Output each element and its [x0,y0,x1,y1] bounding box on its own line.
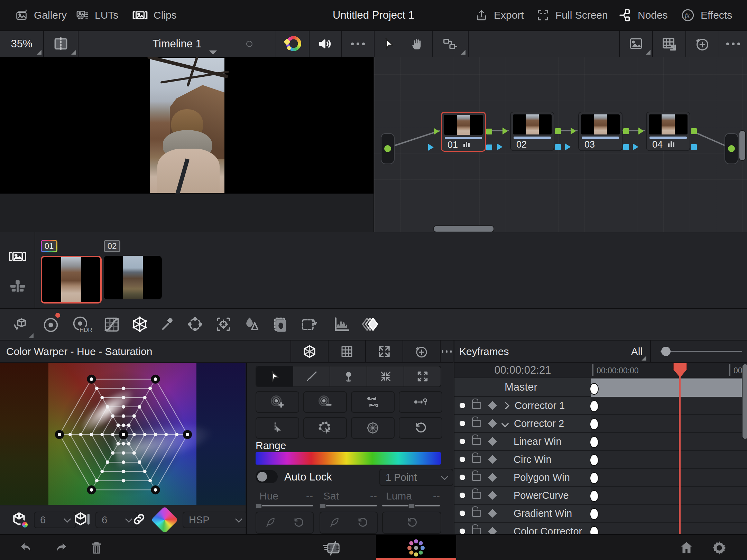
node-graph-hscrollbar[interactable] [433,225,494,232]
select-tool-button[interactable] [256,366,293,386]
enable-dot[interactable] [460,457,465,462]
link-icon[interactable] [131,512,147,527]
nodes-button[interactable]: Nodes [618,0,668,30]
clips-view-button[interactable] [5,246,30,267]
color-mode-dropdown[interactable]: HSP [183,512,248,528]
color-wheels-tool[interactable] [37,309,64,340]
keyframe-marker[interactable] [590,526,599,534]
qualifier-tool[interactable] [154,309,181,340]
auto-lock-toggle[interactable] [256,470,278,483]
enable-dot[interactable] [460,439,465,444]
lock-icon[interactable] [472,456,481,463]
hue-reset-button[interactable] [284,512,314,534]
lock-icon[interactable] [472,528,481,534]
chevron-down-icon[interactable] [501,420,509,427]
keyframe-marker[interactable] [590,472,599,484]
keyframes-zoom-slider[interactable] [661,351,742,352]
corrector-node-2[interactable]: 02 [510,112,554,151]
undo-button[interactable] [15,535,39,560]
corrector-node-1[interactable]: 01 [441,112,486,152]
enable-dot[interactable] [460,475,465,480]
luma-slider[interactable] [382,505,440,506]
lock-icon[interactable] [472,492,481,499]
cut-page-button[interactable] [313,535,351,560]
keyframe-marker[interactable] [590,418,599,430]
key-output-port[interactable] [691,144,697,150]
output-node[interactable] [725,133,738,164]
range-gradient-bar[interactable] [256,452,441,465]
node-graph-side-handle[interactable] [739,130,746,161]
rgb-input-port[interactable] [571,128,576,134]
pin-tool-button[interactable] [330,366,367,386]
hue-slider[interactable] [256,505,313,506]
viewer-canvas[interactable] [0,57,374,194]
hue-feather-button[interactable] [256,512,285,534]
convert-point-button[interactable] [399,391,442,413]
keyframe-diamond-icon[interactable] [488,437,497,446]
keyframes-filter-button[interactable]: All [607,340,648,362]
keyframe-diamond-icon[interactable] [488,455,497,464]
curves-tool[interactable] [98,309,125,340]
expand-tool-button[interactable] [404,366,441,386]
clips-button[interactable]: Clips [132,0,177,30]
lock-icon[interactable] [472,474,481,481]
keyframe-marker[interactable] [590,508,599,520]
redo-button[interactable] [48,535,73,560]
viewer-more-button[interactable] [342,31,374,56]
keyframe-row-circ-win[interactable]: Circ Win [454,451,747,469]
lock-icon[interactable] [472,402,481,409]
effects-stack-tool[interactable] [356,309,384,340]
tracker-tool[interactable] [210,309,237,340]
rgb-output-port[interactable] [623,128,629,134]
add-point-button[interactable] [256,391,299,413]
keyframe-diamond-icon[interactable] [488,509,497,517]
home-button[interactable] [673,535,700,560]
keyframe-row-corrector2[interactable]: Corrector 2 [454,415,747,433]
settings-button[interactable] [706,535,733,560]
version-button[interactable] [686,31,719,56]
scopes-tool[interactable] [328,309,356,340]
keyframes-playhead[interactable] [679,363,681,534]
lock-icon[interactable] [472,438,481,445]
warper-more-button[interactable] [441,340,453,362]
keyframe-row-gradient-win[interactable]: Gradient Win [454,505,747,523]
blur-tool[interactable] [238,309,266,340]
keyframe-row-powercurve[interactable]: PowerCurve [454,487,747,505]
enable-dot[interactable] [460,421,465,426]
gallery-button[interactable]: Gallery [15,0,67,30]
collapse-tool-button[interactable] [367,366,404,386]
sat-reset-button[interactable] [348,512,378,534]
hue-slider-knob[interactable] [256,504,262,508]
reset-mesh-button[interactable] [399,417,442,439]
lock-icon[interactable] [472,510,481,517]
enable-dot[interactable] [460,403,465,408]
rgb-output-port[interactable] [555,128,561,134]
luma-slider-knob[interactable] [408,504,415,508]
hdr-wheels-tool[interactable]: HDR [66,309,95,340]
slider-knob[interactable] [661,347,671,356]
clip-thumbnail-2[interactable] [104,256,162,299]
rgb-output-port[interactable] [691,128,697,134]
timeline-selector[interactable]: Timeline 1 [79,31,276,56]
keyframe-row-polygon-win[interactable]: Polygon Win [454,469,747,487]
node-graph-panel[interactable]: 01 02 03 04 [374,57,747,232]
source-node[interactable] [381,133,395,164]
enable-dot[interactable] [460,529,465,534]
stills-button[interactable] [620,31,652,56]
remove-point-button[interactable] [303,391,347,413]
node-link-tool-button[interactable] [433,31,467,56]
key-output-port[interactable] [555,144,561,150]
keyframes-vscrollbar[interactable] [742,364,747,439]
keyframe-row-corrector1[interactable]: Corrector 1 [454,397,747,415]
rgb-output-port[interactable] [486,129,492,134]
luts-button[interactable]: LUTs [75,0,118,30]
keyframe-row-linear-win[interactable]: Linear Win [454,433,747,451]
keyframe-row-color-corrector[interactable]: Color Corrector [454,523,747,534]
node-more-button[interactable] [719,31,747,56]
warper-expand-button[interactable] [366,340,403,362]
camera-raw-tool[interactable] [6,309,35,340]
hex-rows-dropdown[interactable]: 6 [34,512,76,528]
draw-tool-button[interactable] [293,366,330,386]
keyframe-marker[interactable] [590,436,599,448]
key-output-port[interactable] [486,144,492,150]
